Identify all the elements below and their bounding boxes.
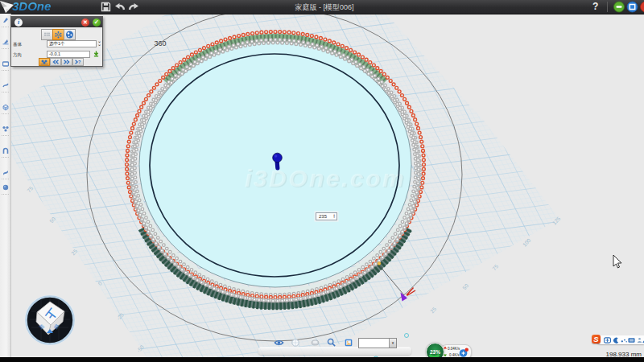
svg-text:50: 50 (461, 282, 469, 290)
svg-text:i3DOne.com: i3DOne.com (245, 165, 406, 191)
svg-text:?: ? (78, 60, 81, 64)
svg-text:360: 360 (154, 39, 166, 47)
svg-text:75: 75 (491, 263, 499, 271)
svg-text:25: 25 (429, 306, 437, 314)
